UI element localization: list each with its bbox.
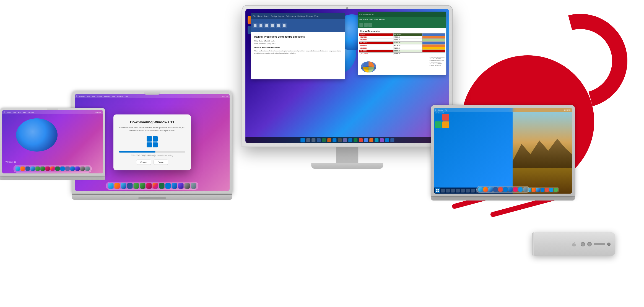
macbook-small-lid:  Finder File Edit View Window 10:43 AM … [0,108,105,176]
dock-appstore[interactable] [172,183,177,189]
dock-outlook[interactable] [165,183,171,189]
dock-safari[interactable] [121,183,126,189]
svg-rect-5 [438,191,439,192]
small-dock-messages[interactable] [35,166,40,171]
air-dock-safari[interactable] [488,187,493,192]
small-dock-launchpad[interactable] [20,166,25,171]
windows11-logo [147,136,158,147]
small-dock-photos[interactable] [50,166,55,171]
dialog-subtitle: Installation will start automatically. W… [119,126,185,132]
lion-dock-icon-5[interactable] [545,188,549,192]
dock-excel[interactable] [159,183,165,189]
macbook-air-menubar:  Finder File 10:43 AM [434,108,572,112]
trackpad-hint [138,197,166,199]
dock-settings[interactable] [185,183,190,189]
small-dock-excel[interactable] [55,166,60,171]
excel-grid: Revenue 478,243.55 106,374.00 454,293.00… [359,33,445,55]
dock-music[interactable] [146,183,152,189]
win11-logo-tl [147,136,152,142]
macbook-air-display:  Finder File 10:43 AM Windows 10 [434,108,572,194]
lion-dock-icon-2[interactable] [532,188,536,192]
word-author: Philip Salter & Patrick Muller [254,40,342,42]
small-dock-outlook[interactable] [60,166,65,171]
excel-cell-a5: 108,384.00 [359,47,393,50]
air-dock-photos[interactable] [498,187,503,192]
small-dock-parallels[interactable] [75,166,80,171]
mac-studio-left-edge [532,232,534,256]
small-dock-word[interactable] [25,166,30,171]
imac-stand-base [311,163,383,169]
mac-studio-usb-c-1 [581,242,585,246]
small-dock-safari[interactable] [30,166,35,171]
air-dock-appstore[interactable] [508,187,513,192]
win11-start-icon [300,138,305,142]
macbook-large-menu-window: Window [117,95,123,97]
air-dock-music[interactable] [513,187,518,192]
excel-cell-b2: 41,432.00 [393,39,422,41]
lion-dock-icon-4[interactable] [541,188,544,192]
legend-item-6: ■ Second Tier 2017:3% [430,65,445,66]
excel-cell-a3: 454,293.00 [359,41,393,44]
win10-start-button[interactable] [435,188,440,193]
lion-dock-icon-3[interactable] [536,188,540,192]
win11-search-icon [306,138,310,142]
cancel-button[interactable]: Cancel [136,160,151,165]
dock-photos[interactable] [153,183,158,189]
win10-tile-2 [442,114,449,121]
excel-tool-3 [368,23,372,27]
small-dock-teams[interactable] [65,166,70,171]
air-dock-trash[interactable] [523,187,528,192]
air-dock-outlook[interactable] [503,187,508,192]
macbook-air-dock [476,186,529,193]
small-dock-finder[interactable] [15,166,20,171]
small-dock-appstore[interactable] [70,166,75,171]
macbook-large-notch [144,91,160,95]
macbook-large-clock: 2:09 PM [222,95,228,97]
macbook-air-menu-file: File [445,109,448,111]
mac-studio-headphone [607,243,611,246]
word-tool-5 [276,23,281,28]
dialog-title: Downloading Windows 11 [119,120,185,124]
word-menu-insert: Insert [264,15,269,17]
air-dock-launchpad[interactable] [483,187,488,192]
air-dock-word[interactable] [493,187,498,192]
macbook-small-menubar-right: 10:43 AM [95,111,101,113]
lion-dock-icon-7[interactable] [554,188,558,192]
word-body-text: There are four types of rainfall predict… [254,50,342,54]
dock-word[interactable] [127,183,133,189]
excel-ribbon-top: CiscoFinancials.xlsx [358,12,446,17]
excel-col-b: Net Income 44,534.53 41,432.00 30,354.00… [393,33,422,55]
dock-parallels[interactable] [178,183,184,189]
win11-label-small: Windows 11 [6,161,16,163]
dock-messages[interactable] [134,183,139,189]
mac-studio-body [532,232,615,256]
macbook-air:  Finder File 10:43 AM Windows 10 [431,105,575,201]
excel-cell-a7: 1,342,344.00 [359,53,393,55]
small-dock-settings[interactable] [80,166,85,171]
dock-finder[interactable] [108,183,114,189]
win10-tile-1 [435,114,442,121]
mac-studio-apple-logo [571,241,576,247]
small-dock-music[interactable] [45,166,50,171]
excel-vis-1 [422,33,445,36]
dock-facetime[interactable] [140,183,146,189]
dock-trash[interactable] [191,183,196,189]
excel-cell-b5: 71,937.00 [393,47,422,50]
win11-logo-bl [147,142,152,148]
macbook-small-menu-file: File [14,111,16,113]
lion-dock-icon-6[interactable] [549,188,553,192]
macbook-large-menu-view: View [112,95,115,97]
macbook-small-clock: 10:43 AM [95,111,101,113]
macbook-air-apple:  [435,109,436,111]
air-dock-finder[interactable] [478,187,483,192]
excel-cell-a2: 106,374.00 [359,39,393,41]
air-dock-tv[interactable] [518,187,523,192]
small-dock-trash[interactable] [85,166,90,171]
dock-launchpad[interactable] [115,183,120,189]
small-dock-facetime[interactable] [40,166,45,171]
macbook-small-menu-view: View [23,111,26,113]
word-menu-mailings: Mailings [297,15,305,17]
pause-button[interactable]: Pause [154,160,168,165]
word-tool-6 [282,23,287,28]
macbook-air-clock: 10:43 AM [564,109,570,111]
